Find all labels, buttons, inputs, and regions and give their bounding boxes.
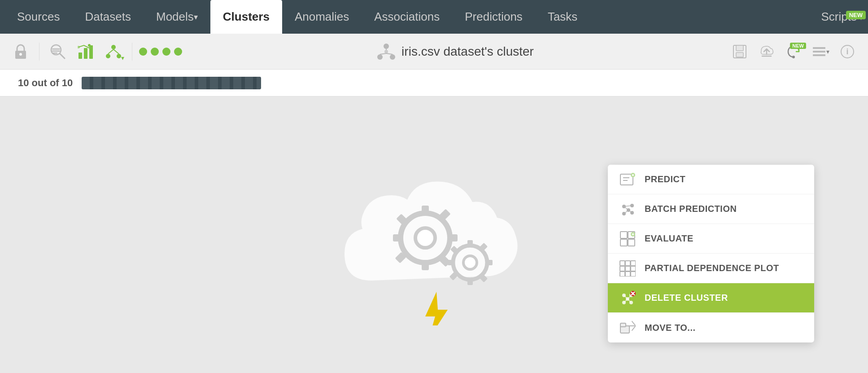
svg-rect-47 [486, 260, 493, 265]
svg-line-23 [386, 53, 393, 54]
nav-item-predictions[interactable]: Predictions [452, 0, 535, 34]
svg-rect-45 [467, 240, 473, 247]
svg-line-15 [108, 49, 113, 54]
svg-rect-30 [813, 54, 825, 56]
move-to-icon [619, 319, 637, 337]
svg-point-18 [377, 54, 383, 60]
svg-rect-35 [422, 206, 429, 215]
nav-item-sources[interactable]: Sources [4, 0, 72, 34]
svg-rect-38 [393, 234, 402, 241]
svg-rect-68 [620, 232, 627, 238]
svg-rect-25 [736, 45, 743, 51]
menu-label-partial-dependence: PARTIAL DEPENDENCE PLOT [645, 263, 779, 273]
nav-item-associations[interactable]: Associations [362, 0, 452, 34]
upload-icon[interactable] [755, 40, 778, 63]
svg-rect-71 [628, 239, 635, 246]
cluster-action-icon[interactable]: ▾ [102, 40, 125, 63]
svg-point-17 [384, 44, 389, 49]
nav-item-tasks[interactable]: Tasks [535, 0, 590, 34]
svg-rect-29 [813, 51, 825, 53]
new-badge-toolbar: NEW [790, 43, 806, 49]
svg-point-19 [390, 54, 395, 60]
svg-rect-8 [84, 48, 87, 59]
svg-rect-97 [620, 323, 626, 327]
nav-item-datasets[interactable]: Datasets [72, 0, 144, 34]
title-area: iris.csv dataset's cluster [187, 42, 724, 61]
menu-item-move-to[interactable]: MOVE TO... [608, 313, 814, 342]
delete-cluster-icon [619, 289, 637, 307]
menu-label-batch-prediction: BATCH PREDICTION [645, 204, 737, 214]
dot-3 [162, 48, 170, 56]
svg-rect-5 [52, 50, 60, 52]
dataset-search-icon[interactable] [46, 40, 70, 63]
menu-label-evaluate: EVALUATE [645, 233, 694, 244]
svg-rect-9 [89, 45, 93, 59]
svg-rect-81 [620, 272, 625, 276]
svg-text:i: i [846, 47, 848, 56]
svg-rect-77 [631, 261, 636, 266]
lock-icon[interactable] [9, 40, 32, 63]
chart-icon[interactable] [74, 40, 97, 63]
svg-rect-82 [625, 272, 630, 276]
info-icon[interactable]: i [836, 40, 859, 63]
svg-rect-79 [625, 266, 630, 271]
scripts-area: Scripts ▾ NEW [821, 10, 864, 24]
svg-line-66 [624, 210, 628, 214]
cloud-gear-svg [318, 155, 551, 325]
save-icon[interactable] [728, 40, 751, 63]
svg-line-65 [624, 206, 628, 210]
dot-2 [151, 48, 159, 56]
svg-point-14 [117, 54, 121, 58]
toolbar-right: NEW ▾ i [728, 40, 859, 63]
svg-line-3 [60, 53, 65, 58]
svg-rect-37 [449, 234, 458, 241]
svg-line-91 [624, 299, 628, 303]
dot-1 [139, 48, 147, 56]
menu-label-predict: PREDICT [645, 174, 685, 184]
menu-item-predict[interactable]: PREDICT [608, 165, 814, 194]
dropdown-menu: PREDICT BATCH PREDICTION [608, 165, 814, 342]
separator-2 [132, 43, 132, 61]
menu-label-delete-cluster: DELETE CLUSTER [645, 293, 728, 303]
svg-rect-48 [448, 260, 454, 265]
svg-rect-36 [422, 261, 429, 270]
svg-line-16 [113, 49, 119, 54]
list-icon[interactable]: ▾ [809, 40, 832, 63]
dot-4 [174, 48, 182, 56]
svg-rect-80 [631, 266, 636, 271]
status-dots [139, 48, 182, 56]
menu-label-move-to: MOVE TO... [645, 323, 696, 333]
partial-dependence-icon [619, 259, 637, 277]
main-content: PREDICT BATCH PREDICTION [0, 97, 868, 366]
svg-line-89 [624, 295, 628, 299]
svg-point-11 [78, 46, 80, 48]
svg-line-92 [628, 299, 631, 303]
toolbar: ▾ iris.csv dataset's cluster [0, 34, 868, 70]
nav-item-models[interactable]: Models [144, 0, 210, 34]
progress-bar [82, 77, 261, 89]
svg-rect-6 [52, 53, 57, 54]
title-cluster-icon [376, 42, 396, 61]
svg-point-34 [415, 228, 435, 248]
svg-rect-75 [620, 261, 625, 266]
menu-item-evaluate[interactable]: EVALUATE [608, 224, 814, 254]
dropdown-arrow-icon: ▾ [121, 54, 124, 61]
batch-prediction-icon [619, 200, 637, 218]
svg-point-20 [384, 50, 388, 53]
progress-label: 10 out of 10 [18, 77, 73, 89]
svg-rect-76 [625, 261, 630, 266]
progress-area: 10 out of 10 [0, 70, 868, 97]
menu-item-batch-prediction[interactable]: BATCH PREDICTION [608, 194, 814, 224]
nav-item-clusters[interactable]: Clusters [210, 0, 282, 34]
nav-item-anomalies[interactable]: Anomalies [282, 0, 362, 34]
svg-point-27 [792, 56, 795, 58]
svg-point-1 [19, 53, 22, 56]
evaluate-icon [619, 230, 637, 248]
top-navigation: Sources Datasets Models Clusters Anomali… [0, 0, 868, 34]
svg-rect-26 [736, 53, 743, 57]
menu-item-partial-dependence-plot[interactable]: PARTIAL DEPENDENCE PLOT [608, 254, 814, 283]
menu-item-delete-cluster[interactable]: DELETE CLUSTER [608, 283, 814, 313]
separator-1 [39, 43, 39, 61]
refresh-icon[interactable]: NEW [782, 40, 805, 63]
svg-rect-83 [631, 272, 636, 276]
